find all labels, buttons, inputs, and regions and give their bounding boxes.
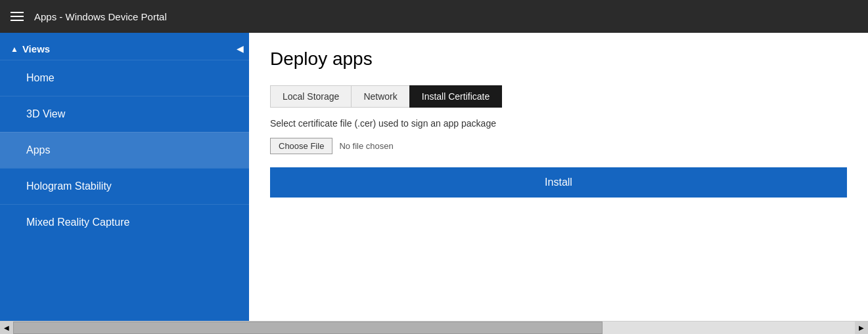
sidebar: ◀ ▲ Views Home 3D View Apps Hologram Sta… — [0, 33, 249, 321]
sidebar-collapse-button[interactable]: ◀ — [231, 39, 249, 58]
app-title: Apps - Windows Device Portal — [34, 11, 167, 22]
main-layout: ◀ ▲ Views Home 3D View Apps Hologram Sta… — [0, 33, 868, 321]
page-title: Deploy apps — [270, 49, 847, 70]
scroll-left-arrow[interactable]: ◀ — [0, 322, 13, 335]
content-area: Deploy apps Local Storage Network Instal… — [249, 33, 868, 321]
sidebar-views-header: ▲ Views — [0, 33, 249, 60]
tab-install-certificate[interactable]: Install Certificate — [409, 85, 502, 108]
sidebar-item-home[interactable]: Home — [0, 60, 249, 96]
tab-network[interactable]: Network — [351, 85, 409, 108]
views-arrow-icon: ▲ — [11, 45, 18, 54]
certificate-description: Select certificate file (.cer) used to s… — [270, 118, 847, 129]
tab-local-storage[interactable]: Local Storage — [270, 85, 352, 108]
horizontal-scrollbar: ◀ ▶ — [0, 321, 868, 334]
deploy-tabs: Local Storage Network Install Certificat… — [270, 85, 847, 108]
scroll-thumb[interactable] — [13, 322, 603, 334]
no-file-status: No file chosen — [339, 141, 393, 151]
top-bar: Apps - Windows Device Portal — [0, 0, 868, 33]
sidebar-item-3dview[interactable]: 3D View — [0, 96, 249, 132]
hamburger-menu-icon[interactable] — [11, 12, 24, 21]
choose-file-button[interactable]: Choose File — [270, 138, 332, 154]
sidebar-views-label: Views — [22, 43, 50, 54]
scroll-track[interactable] — [13, 322, 855, 334]
sidebar-item-hologram-stability[interactable]: Hologram Stability — [0, 168, 249, 204]
file-chooser-row: Choose File No file chosen — [270, 138, 847, 154]
sidebar-item-apps[interactable]: Apps — [0, 132, 249, 168]
install-button[interactable]: Install — [270, 167, 847, 198]
sidebar-item-mixed-reality-capture[interactable]: Mixed Reality Capture — [0, 204, 249, 240]
scroll-right-arrow[interactable]: ▶ — [855, 322, 868, 335]
